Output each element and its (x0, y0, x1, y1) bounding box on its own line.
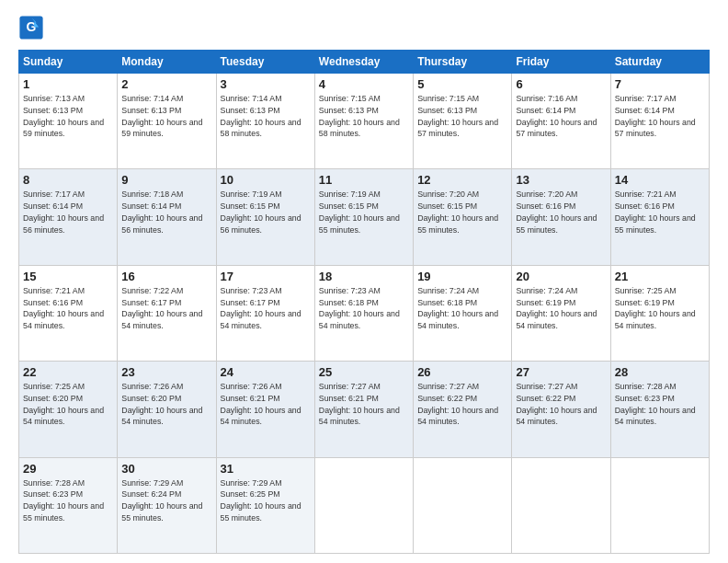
day-number: 3 (221, 77, 311, 91)
day-number: 8 (23, 173, 113, 187)
day-info: Sunrise: 7:25 AMSunset: 6:19 PMDaylight:… (615, 286, 696, 330)
calendar-cell: 29Sunrise: 7:28 AMSunset: 6:23 PMDayligh… (19, 457, 118, 553)
day-info: Sunrise: 7:29 AMSunset: 6:25 PMDaylight:… (221, 478, 301, 523)
day-info: Sunrise: 7:27 AMSunset: 6:22 PMDaylight:… (516, 382, 597, 426)
calendar-cell: 16Sunrise: 7:22 AMSunset: 6:17 PMDayligh… (118, 265, 216, 361)
day-number: 27 (516, 365, 606, 379)
calendar-cell: 23Sunrise: 7:26 AMSunset: 6:20 PMDayligh… (118, 362, 216, 457)
calendar-table: SundayMondayTuesdayWednesdayThursdayFrid… (18, 50, 710, 554)
calendar-cell: 13Sunrise: 7:20 AMSunset: 6:16 PMDayligh… (512, 169, 610, 265)
day-number: 26 (417, 365, 507, 379)
calendar-cell: 10Sunrise: 7:19 AMSunset: 6:15 PMDayligh… (216, 169, 314, 265)
day-info: Sunrise: 7:23 AMSunset: 6:17 PMDaylight:… (221, 286, 301, 330)
day-number: 31 (221, 462, 311, 476)
day-number: 20 (516, 270, 606, 283)
day-number: 4 (319, 77, 409, 91)
calendar-week-row: 22Sunrise: 7:25 AMSunset: 6:20 PMDayligh… (19, 362, 710, 457)
day-number: 24 (221, 365, 311, 379)
calendar-cell: 25Sunrise: 7:27 AMSunset: 6:21 PMDayligh… (314, 362, 413, 457)
day-number: 22 (23, 365, 113, 379)
day-info: Sunrise: 7:24 AMSunset: 6:18 PMDaylight:… (417, 286, 498, 330)
day-info: Sunrise: 7:24 AMSunset: 6:19 PMDaylight:… (516, 286, 597, 330)
calendar-cell: 8Sunrise: 7:17 AMSunset: 6:14 PMDaylight… (19, 169, 118, 265)
calendar-cell: 7Sunrise: 7:17 AMSunset: 6:14 PMDaylight… (610, 74, 709, 169)
calendar-cell (610, 457, 709, 553)
day-info: Sunrise: 7:15 AMSunset: 6:13 PMDaylight:… (417, 94, 498, 138)
day-number: 28 (615, 365, 705, 379)
calendar-week-row: 8Sunrise: 7:17 AMSunset: 6:14 PMDaylight… (19, 169, 710, 265)
calendar-cell: 2Sunrise: 7:14 AMSunset: 6:13 PMDaylight… (118, 74, 216, 169)
day-info: Sunrise: 7:23 AMSunset: 6:18 PMDaylight:… (319, 286, 400, 330)
day-number: 21 (615, 270, 705, 283)
day-info: Sunrise: 7:21 AMSunset: 6:16 PMDaylight:… (615, 190, 696, 234)
calendar-week-row: 29Sunrise: 7:28 AMSunset: 6:23 PMDayligh… (19, 457, 710, 553)
day-number: 11 (319, 173, 409, 187)
calendar-col-header: Saturday (610, 51, 709, 74)
day-info: Sunrise: 7:17 AMSunset: 6:14 PMDaylight:… (615, 94, 696, 138)
day-number: 5 (417, 77, 507, 91)
calendar-cell: 20Sunrise: 7:24 AMSunset: 6:19 PMDayligh… (512, 265, 610, 361)
calendar-col-header: Sunday (19, 51, 118, 74)
calendar-col-header: Friday (512, 51, 610, 74)
day-info: Sunrise: 7:15 AMSunset: 6:13 PMDaylight:… (319, 94, 400, 138)
day-number: 12 (417, 173, 507, 187)
day-info: Sunrise: 7:19 AMSunset: 6:15 PMDaylight:… (319, 190, 400, 234)
day-info: Sunrise: 7:19 AMSunset: 6:15 PMDaylight:… (221, 190, 301, 234)
day-info: Sunrise: 7:26 AMSunset: 6:20 PMDaylight:… (121, 382, 202, 426)
day-info: Sunrise: 7:16 AMSunset: 6:14 PMDaylight:… (516, 94, 597, 138)
logo-icon: G (18, 15, 44, 40)
calendar-cell: 21Sunrise: 7:25 AMSunset: 6:19 PMDayligh… (610, 265, 709, 361)
calendar-cell: 14Sunrise: 7:21 AMSunset: 6:16 PMDayligh… (610, 169, 709, 265)
calendar-cell: 15Sunrise: 7:21 AMSunset: 6:16 PMDayligh… (19, 265, 118, 361)
day-info: Sunrise: 7:28 AMSunset: 6:23 PMDaylight:… (615, 382, 696, 426)
calendar-cell: 26Sunrise: 7:27 AMSunset: 6:22 PMDayligh… (414, 362, 512, 457)
calendar-cell: 5Sunrise: 7:15 AMSunset: 6:13 PMDaylight… (414, 74, 512, 169)
day-info: Sunrise: 7:20 AMSunset: 6:15 PMDaylight:… (417, 190, 498, 234)
day-info: Sunrise: 7:22 AMSunset: 6:17 PMDaylight:… (121, 286, 202, 330)
calendar-cell: 6Sunrise: 7:16 AMSunset: 6:14 PMDaylight… (512, 74, 610, 169)
day-number: 7 (615, 77, 705, 91)
calendar-cell: 3Sunrise: 7:14 AMSunset: 6:13 PMDaylight… (216, 74, 314, 169)
calendar-cell (314, 457, 413, 553)
calendar-cell: 19Sunrise: 7:24 AMSunset: 6:18 PMDayligh… (414, 265, 512, 361)
day-info: Sunrise: 7:17 AMSunset: 6:14 PMDaylight:… (23, 190, 104, 234)
day-number: 6 (516, 77, 606, 91)
day-number: 19 (417, 270, 507, 283)
day-number: 9 (121, 173, 211, 187)
header: G (18, 15, 710, 40)
calendar-cell: 24Sunrise: 7:26 AMSunset: 6:21 PMDayligh… (216, 362, 314, 457)
day-info: Sunrise: 7:18 AMSunset: 6:14 PMDaylight:… (121, 190, 202, 234)
day-number: 15 (23, 270, 113, 283)
calendar-col-header: Monday (118, 51, 216, 74)
calendar-cell: 18Sunrise: 7:23 AMSunset: 6:18 PMDayligh… (314, 265, 413, 361)
calendar-cell: 27Sunrise: 7:27 AMSunset: 6:22 PMDayligh… (512, 362, 610, 457)
day-number: 23 (121, 365, 211, 379)
calendar-week-row: 15Sunrise: 7:21 AMSunset: 6:16 PMDayligh… (19, 265, 710, 361)
calendar-cell: 17Sunrise: 7:23 AMSunset: 6:17 PMDayligh… (216, 265, 314, 361)
day-number: 17 (221, 270, 311, 283)
day-info: Sunrise: 7:20 AMSunset: 6:16 PMDaylight:… (516, 190, 597, 234)
calendar-cell: 9Sunrise: 7:18 AMSunset: 6:14 PMDaylight… (118, 169, 216, 265)
calendar-cell (512, 457, 610, 553)
calendar-cell (414, 457, 512, 553)
calendar-cell: 11Sunrise: 7:19 AMSunset: 6:15 PMDayligh… (314, 169, 413, 265)
calendar-cell: 1Sunrise: 7:13 AMSunset: 6:13 PMDaylight… (19, 74, 118, 169)
calendar-week-row: 1Sunrise: 7:13 AMSunset: 6:13 PMDaylight… (19, 74, 710, 169)
logo: G (18, 15, 48, 40)
day-number: 14 (615, 173, 705, 187)
day-number: 2 (121, 77, 211, 91)
calendar-cell: 30Sunrise: 7:29 AMSunset: 6:24 PMDayligh… (118, 457, 216, 553)
calendar-cell: 31Sunrise: 7:29 AMSunset: 6:25 PMDayligh… (216, 457, 314, 553)
calendar-cell: 22Sunrise: 7:25 AMSunset: 6:20 PMDayligh… (19, 362, 118, 457)
calendar-col-header: Thursday (414, 51, 512, 74)
calendar-page: G SundayMondayTuesdayWednesdayThursdayFr… (0, 0, 728, 563)
day-number: 13 (516, 173, 606, 187)
calendar-cell: 28Sunrise: 7:28 AMSunset: 6:23 PMDayligh… (610, 362, 709, 457)
day-info: Sunrise: 7:27 AMSunset: 6:21 PMDaylight:… (319, 382, 400, 426)
calendar-col-header: Tuesday (216, 51, 314, 74)
day-info: Sunrise: 7:29 AMSunset: 6:24 PMDaylight:… (121, 478, 202, 523)
calendar-cell: 4Sunrise: 7:15 AMSunset: 6:13 PMDaylight… (314, 74, 413, 169)
day-number: 30 (121, 462, 211, 476)
day-number: 29 (23, 462, 113, 476)
day-number: 25 (319, 365, 409, 379)
